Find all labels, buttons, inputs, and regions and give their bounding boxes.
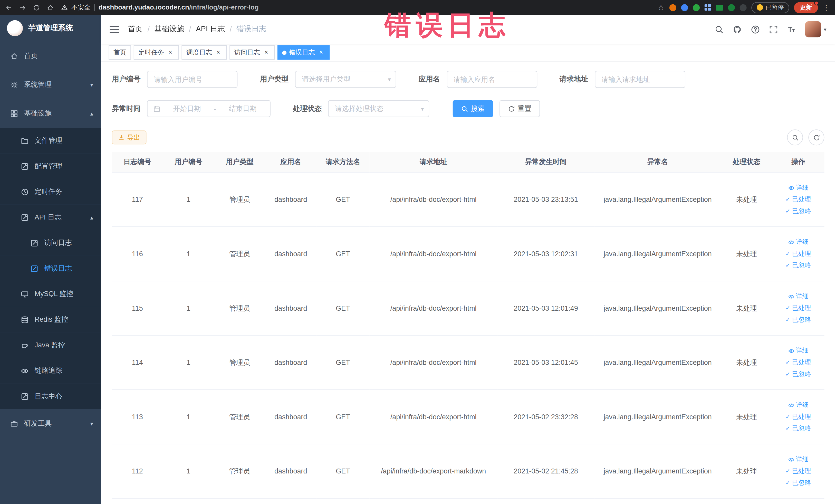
help-icon[interactable] [751,25,760,34]
sidebar-item-error-log[interactable]: 错误日志 [0,256,101,281]
action-detail[interactable]: 详细 [788,401,809,409]
action-ignored[interactable]: ✓已忽略 [786,424,811,433]
reset-button[interactable]: 重置 [500,100,540,117]
forward-icon[interactable] [19,4,26,11]
sidebar-item-log-center[interactable]: 日志中心 [0,384,101,409]
action-ignored[interactable]: ✓已忽略 [786,315,811,324]
action-label: 已忽略 [792,315,811,324]
action-processed[interactable]: ✓已处理 [786,195,811,204]
action-ignored[interactable]: ✓已忽略 [786,370,811,379]
back-icon[interactable] [5,4,12,11]
close-icon[interactable]: × [167,49,174,56]
cell-time: 2021-05-02 21:45:28 [497,444,594,498]
sidebar-item-trace[interactable]: 链路追踪 [0,358,101,384]
extension-icon[interactable] [693,4,699,11]
toggle-search-button[interactable] [787,129,803,145]
sidebar-item-java[interactable]: Java 监控 [0,332,101,358]
action-detail[interactable]: 详细 [788,183,809,192]
sidebar-item-infra[interactable]: 基础设施▴ [0,99,101,128]
user-id-input[interactable] [147,71,238,88]
cell-actions: 详细✓已处理✓已忽略 [772,444,824,498]
sidebar-item-file[interactable]: 文件管理 [0,128,101,154]
edit-square-icon [30,239,38,247]
url-path: /infra/log/api-error-log [189,4,259,11]
app-name-input[interactable] [447,71,537,88]
update-button[interactable]: 更新 [794,2,818,13]
sidebar-item-label: 链路追踪 [35,366,62,375]
tab-label: 访问日志 [235,48,260,57]
extension-icon[interactable] [681,4,688,11]
action-processed[interactable]: ✓已处理 [786,358,811,367]
extension-grid-icon[interactable] [704,4,711,11]
action-processed[interactable]: ✓已处理 [786,249,811,258]
action-detail[interactable]: 详细 [788,238,809,246]
action-detail[interactable]: 详细 [788,292,809,301]
request-url-input[interactable] [594,71,685,88]
search-button-label: 搜索 [471,104,485,114]
github-icon[interactable] [733,25,742,34]
extension-icon[interactable] [669,4,676,11]
sidebar-item-label: Java 监控 [35,340,65,350]
action-ignored[interactable]: ✓已忽略 [786,261,811,270]
breadcrumb-item[interactable]: 首页 [128,24,143,34]
sidebar-item-access-log[interactable]: 访问日志 [0,230,101,256]
sidebar-item-job[interactable]: 定时任务 [0,179,101,205]
logo-avatar [7,20,23,36]
tab-首页[interactable]: 首页 [108,45,131,60]
user-menu[interactable]: ▾ [805,21,827,37]
sidebar-item-config[interactable]: 配置管理 [0,153,101,179]
action-processed[interactable]: ✓已处理 [786,412,811,421]
close-icon[interactable]: × [263,49,270,56]
action-detail[interactable]: 详细 [788,346,809,355]
extension-icon[interactable] [739,4,747,11]
action-ignored[interactable]: ✓已忽略 [786,478,811,487]
user-type-select[interactable]: 请选择用户类型 ▾ [295,71,396,88]
breadcrumb-item[interactable]: API 日志 [196,24,225,34]
extension-badge-icon[interactable] [715,5,723,11]
action-ignored[interactable]: ✓已忽略 [786,207,811,216]
refresh-table-button[interactable] [808,129,824,145]
reload-icon[interactable] [33,4,40,11]
fullscreen-icon[interactable] [769,25,778,34]
sidebar-item-label: 错误日志 [44,264,72,273]
sidebar-logo[interactable]: 芋道管理系统 [0,15,101,42]
check-icon: ✓ [786,317,790,323]
search-button[interactable]: 搜索 [452,100,493,117]
hamburger-icon[interactable] [109,26,119,33]
breadcrumb: 首页/基础设施/API 日志/错误日志 [128,24,266,34]
calendar-icon [153,105,160,112]
kebab-menu-icon[interactable]: ⋮ [823,3,830,11]
address-bar[interactable]: 不安全 dashboard.yudao.iocoder.cn/infra/log… [61,3,259,12]
sidebar-item-label: 研发工具 [24,419,52,428]
paused-badge[interactable]: 已暂停 [751,2,789,13]
tab-调度日志[interactable]: 调度日志× [182,45,227,60]
status-select[interactable]: 请选择处理状态 ▾ [328,100,429,117]
action-processed[interactable]: ✓已处理 [786,304,811,313]
sidebar-item-devtools[interactable]: 研发工具▾ [0,409,101,438]
check-icon: ✓ [786,263,790,268]
tab-访问日志[interactable]: 访问日志× [229,45,274,60]
breadcrumb-item: 错误日志 [237,24,266,34]
sidebar-item-redis[interactable]: Redis 监控 [0,307,101,332]
sidebar-item-mysql[interactable]: MySQL 监控 [0,281,101,307]
tab-错误日志[interactable]: 错误日志× [278,45,330,60]
sidebar-item-home[interactable]: 首页 [0,42,101,70]
extension-icon[interactable] [728,4,735,11]
end-date-placeholder: 结束日期 [221,104,264,114]
date-range-picker[interactable]: 开始日期 - 结束日期 [147,100,270,117]
bookmark-star-icon[interactable]: ☆ [658,3,664,12]
close-icon[interactable]: × [215,49,222,56]
action-processed[interactable]: ✓已处理 [786,466,811,476]
browser-home-icon[interactable] [47,4,54,11]
action-detail[interactable]: 详细 [788,455,809,464]
exception-time-label: 异常时间 [112,104,141,114]
sidebar-item-api-log[interactable]: API 日志▴ [0,205,101,230]
cell-method: GET [316,281,369,335]
breadcrumb-item[interactable]: 基础设施 [154,24,184,34]
font-size-icon[interactable] [787,25,796,34]
tab-定时任务[interactable]: 定时任务× [134,45,179,60]
sidebar-item-system[interactable]: 系统管理▾ [0,70,101,99]
search-icon[interactable] [715,25,724,34]
export-button[interactable]: 导出 [112,130,147,144]
close-icon[interactable]: × [317,49,325,56]
